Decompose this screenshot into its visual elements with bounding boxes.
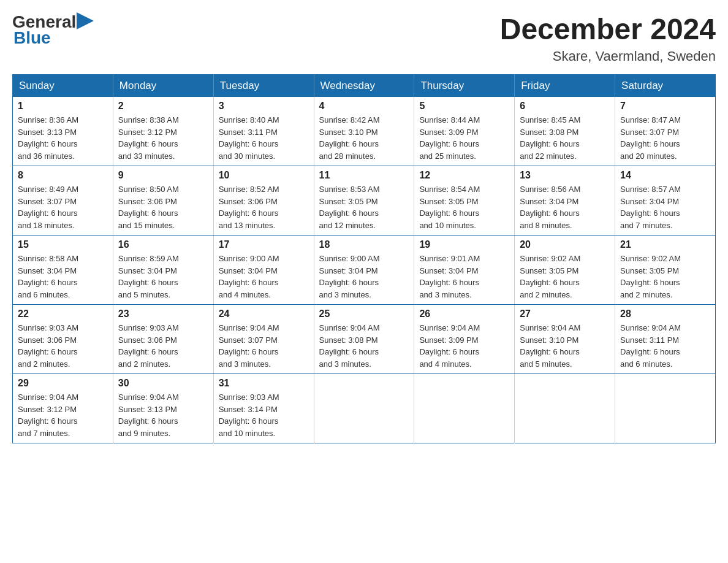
day-number: 18 — [319, 239, 409, 250]
day-number: 8 — [18, 170, 108, 181]
day-number: 13 — [520, 170, 610, 181]
day-info: Sunrise: 8:50 AMSunset: 3:06 PMDaylight:… — [118, 183, 208, 231]
day-info: Sunrise: 9:04 AMSunset: 3:09 PMDaylight:… — [419, 322, 509, 370]
day-number: 23 — [118, 308, 208, 320]
calendar-cell: 19Sunrise: 9:01 AMSunset: 3:04 PMDayligh… — [414, 236, 515, 305]
calendar-header-tuesday: Tuesday — [213, 75, 314, 98]
day-info: Sunrise: 8:53 AMSunset: 3:05 PMDaylight:… — [319, 183, 409, 231]
calendar-cell: 20Sunrise: 9:02 AMSunset: 3:05 PMDayligh… — [515, 236, 615, 305]
calendar-cell: 10Sunrise: 8:52 AMSunset: 3:06 PMDayligh… — [213, 166, 314, 236]
calendar-cell: 12Sunrise: 8:54 AMSunset: 3:05 PMDayligh… — [414, 166, 515, 236]
calendar-cell: 8Sunrise: 8:49 AMSunset: 3:07 PMDaylight… — [13, 166, 113, 236]
day-info: Sunrise: 8:38 AMSunset: 3:12 PMDaylight:… — [118, 114, 208, 162]
location-title: Skare, Vaermland, Sweden — [500, 48, 716, 64]
calendar-cell: 18Sunrise: 9:00 AMSunset: 3:04 PMDayligh… — [314, 236, 414, 305]
day-info: Sunrise: 8:44 AMSunset: 3:09 PMDaylight:… — [419, 114, 509, 162]
day-info: Sunrise: 9:02 AMSunset: 3:05 PMDaylight:… — [620, 253, 710, 301]
day-info: Sunrise: 9:04 AMSunset: 3:11 PMDaylight:… — [620, 322, 710, 370]
day-info: Sunrise: 8:49 AMSunset: 3:07 PMDaylight:… — [18, 183, 108, 231]
calendar-header-friday: Friday — [515, 75, 615, 98]
day-info: Sunrise: 8:42 AMSunset: 3:10 PMDaylight:… — [319, 114, 409, 162]
day-info: Sunrise: 8:57 AMSunset: 3:04 PMDaylight:… — [620, 183, 710, 231]
title-block: December 2024 Skare, Vaermland, Sweden — [500, 12, 716, 64]
day-number: 16 — [118, 239, 208, 250]
day-info: Sunrise: 9:04 AMSunset: 3:13 PMDaylight:… — [118, 391, 208, 439]
day-info: Sunrise: 8:45 AMSunset: 3:08 PMDaylight:… — [520, 114, 610, 162]
calendar-week-row: 1Sunrise: 8:36 AMSunset: 3:13 PMDaylight… — [13, 97, 716, 166]
calendar-cell: 23Sunrise: 9:03 AMSunset: 3:06 PMDayligh… — [113, 305, 213, 374]
day-number: 5 — [419, 101, 509, 112]
calendar-cell: 5Sunrise: 8:44 AMSunset: 3:09 PMDaylight… — [414, 97, 515, 166]
page-header: General Blue December 2024 Skare, Vaerml… — [12, 12, 716, 64]
calendar-week-row: 29Sunrise: 9:04 AMSunset: 3:12 PMDayligh… — [13, 374, 716, 443]
day-number: 6 — [520, 101, 610, 112]
calendar-week-row: 8Sunrise: 8:49 AMSunset: 3:07 PMDaylight… — [13, 166, 716, 236]
calendar-cell: 22Sunrise: 9:03 AMSunset: 3:06 PMDayligh… — [13, 305, 113, 374]
day-number: 24 — [219, 308, 309, 320]
calendar-cell: 7Sunrise: 8:47 AMSunset: 3:07 PMDaylight… — [615, 97, 716, 166]
calendar-cell: 25Sunrise: 9:04 AMSunset: 3:08 PMDayligh… — [314, 305, 414, 374]
day-info: Sunrise: 9:04 AMSunset: 3:07 PMDaylight:… — [219, 322, 309, 370]
calendar-cell: 21Sunrise: 9:02 AMSunset: 3:05 PMDayligh… — [615, 236, 716, 305]
calendar-cell: 3Sunrise: 8:40 AMSunset: 3:11 PMDaylight… — [213, 97, 314, 166]
svg-marker-0 — [77, 12, 94, 29]
calendar-header-row: SundayMondayTuesdayWednesdayThursdayFrid… — [13, 75, 716, 98]
day-number: 11 — [319, 170, 409, 181]
calendar-cell: 14Sunrise: 8:57 AMSunset: 3:04 PMDayligh… — [615, 166, 716, 236]
calendar-cell: 9Sunrise: 8:50 AMSunset: 3:06 PMDaylight… — [113, 166, 213, 236]
logo-blue-text: Blue — [13, 28, 51, 48]
day-number: 2 — [118, 101, 208, 112]
calendar-header-sunday: Sunday — [13, 75, 113, 98]
calendar-week-row: 22Sunrise: 9:03 AMSunset: 3:06 PMDayligh… — [13, 305, 716, 374]
day-info: Sunrise: 8:58 AMSunset: 3:04 PMDaylight:… — [18, 253, 108, 301]
calendar-cell: 13Sunrise: 8:56 AMSunset: 3:04 PMDayligh… — [515, 166, 615, 236]
day-info: Sunrise: 8:59 AMSunset: 3:04 PMDaylight:… — [118, 253, 208, 301]
calendar-cell: 2Sunrise: 8:38 AMSunset: 3:12 PMDaylight… — [113, 97, 213, 166]
day-number: 26 — [419, 308, 509, 320]
day-info: Sunrise: 9:04 AMSunset: 3:08 PMDaylight:… — [319, 322, 409, 370]
logo-arrow-icon — [77, 12, 94, 29]
calendar-header-thursday: Thursday — [414, 75, 515, 98]
day-number: 20 — [520, 239, 610, 250]
calendar-cell: 15Sunrise: 8:58 AMSunset: 3:04 PMDayligh… — [13, 236, 113, 305]
day-number: 15 — [18, 239, 108, 250]
calendar-body: 1Sunrise: 8:36 AMSunset: 3:13 PMDaylight… — [13, 97, 716, 443]
day-number: 21 — [620, 239, 710, 250]
calendar-cell: 30Sunrise: 9:04 AMSunset: 3:13 PMDayligh… — [113, 374, 213, 443]
calendar-cell: 28Sunrise: 9:04 AMSunset: 3:11 PMDayligh… — [615, 305, 716, 374]
calendar-header-saturday: Saturday — [615, 75, 716, 98]
day-info: Sunrise: 8:52 AMSunset: 3:06 PMDaylight:… — [219, 183, 309, 231]
day-info: Sunrise: 9:04 AMSunset: 3:10 PMDaylight:… — [520, 322, 610, 370]
calendar-cell: 31Sunrise: 9:03 AMSunset: 3:14 PMDayligh… — [213, 374, 314, 443]
calendar-cell: 26Sunrise: 9:04 AMSunset: 3:09 PMDayligh… — [414, 305, 515, 374]
calendar-header-monday: Monday — [113, 75, 213, 98]
day-info: Sunrise: 9:00 AMSunset: 3:04 PMDaylight:… — [219, 253, 309, 301]
day-number: 22 — [18, 308, 108, 320]
day-info: Sunrise: 8:40 AMSunset: 3:11 PMDaylight:… — [219, 114, 309, 162]
day-info: Sunrise: 9:04 AMSunset: 3:12 PMDaylight:… — [18, 391, 108, 439]
day-number: 10 — [219, 170, 309, 181]
day-info: Sunrise: 8:36 AMSunset: 3:13 PMDaylight:… — [18, 114, 108, 162]
day-info: Sunrise: 9:01 AMSunset: 3:04 PMDaylight:… — [419, 253, 509, 301]
day-info: Sunrise: 9:03 AMSunset: 3:06 PMDaylight:… — [18, 322, 108, 370]
day-number: 30 — [118, 378, 208, 389]
day-number: 19 — [419, 239, 509, 250]
day-number: 12 — [419, 170, 509, 181]
day-number: 14 — [620, 170, 710, 181]
logo: General Blue — [12, 12, 94, 48]
calendar-cell — [615, 374, 716, 443]
day-info: Sunrise: 9:00 AMSunset: 3:04 PMDaylight:… — [319, 253, 409, 301]
day-info: Sunrise: 8:56 AMSunset: 3:04 PMDaylight:… — [520, 183, 610, 231]
day-number: 1 — [18, 101, 108, 112]
day-info: Sunrise: 9:03 AMSunset: 3:14 PMDaylight:… — [219, 391, 309, 439]
month-title: December 2024 — [500, 12, 716, 46]
day-number: 4 — [319, 101, 409, 112]
calendar-cell: 24Sunrise: 9:04 AMSunset: 3:07 PMDayligh… — [213, 305, 314, 374]
calendar-cell: 11Sunrise: 8:53 AMSunset: 3:05 PMDayligh… — [314, 166, 414, 236]
day-number: 31 — [219, 378, 309, 389]
day-number: 29 — [18, 378, 108, 389]
day-info: Sunrise: 8:54 AMSunset: 3:05 PMDaylight:… — [419, 183, 509, 231]
calendar-cell: 6Sunrise: 8:45 AMSunset: 3:08 PMDaylight… — [515, 97, 615, 166]
day-info: Sunrise: 9:03 AMSunset: 3:06 PMDaylight:… — [118, 322, 208, 370]
day-number: 7 — [620, 101, 710, 112]
